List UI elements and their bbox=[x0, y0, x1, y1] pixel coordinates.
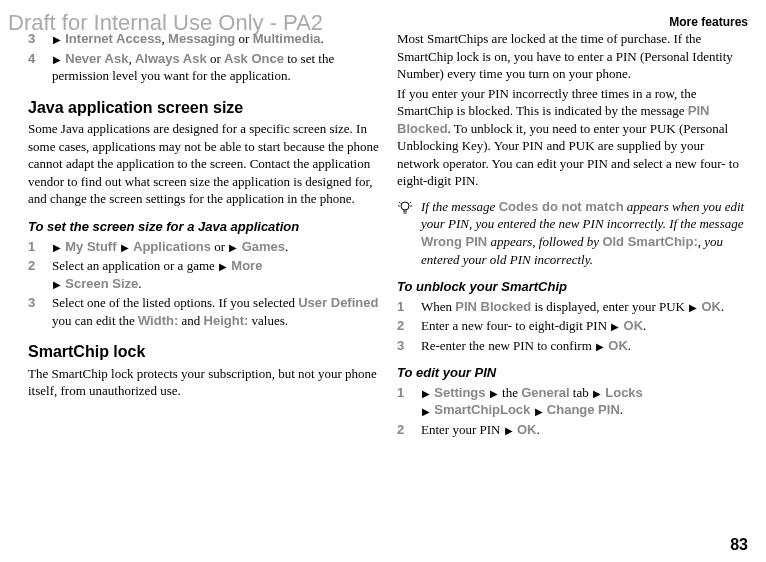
text: Select an application or a game bbox=[52, 258, 218, 273]
step-3: 3 Select one of the listed options. If y… bbox=[28, 294, 379, 329]
tip-box: If the message Codes do not match appear… bbox=[397, 198, 748, 268]
step-4: 4 ▶ Never Ask, Always Ask or Ask Once to… bbox=[28, 50, 379, 85]
step-body: Re-enter the new PIN to confirm ▶ OK. bbox=[421, 337, 748, 355]
step-body: ▶ My Stuff ▶ Applications or ▶ Games. bbox=[52, 238, 379, 256]
ui-term: Internet Access bbox=[65, 31, 161, 46]
step-body: Select one of the listed options. If you… bbox=[52, 294, 379, 329]
ui-term: Codes do not match bbox=[499, 199, 624, 214]
text: the bbox=[499, 385, 521, 400]
step-number: 1 bbox=[397, 298, 421, 316]
arrow-icon: ▶ bbox=[228, 242, 238, 253]
step-number: 4 bbox=[28, 50, 52, 85]
step-number: 3 bbox=[28, 30, 52, 48]
step-body: Enter a new four- to eight-digit PIN ▶ O… bbox=[421, 317, 748, 335]
paragraph: The SmartChip lock protects your subscri… bbox=[28, 365, 379, 400]
svg-point-0 bbox=[401, 202, 409, 210]
step-number: 3 bbox=[28, 294, 52, 329]
ui-term: Multimedia bbox=[253, 31, 321, 46]
text: When bbox=[421, 299, 455, 314]
arrow-icon: ▶ bbox=[595, 341, 605, 352]
step-number: 1 bbox=[397, 384, 421, 419]
right-column: Most SmartChips are locked at the time o… bbox=[397, 30, 748, 448]
text: Enter your PIN bbox=[421, 422, 504, 437]
text: . bbox=[620, 402, 623, 417]
text: values. bbox=[248, 313, 288, 328]
ui-term: User Defined bbox=[298, 295, 378, 310]
ui-term: SmartChipLock bbox=[434, 402, 530, 417]
arrow-icon: ▶ bbox=[52, 242, 62, 253]
step-3: 3 Re-enter the new PIN to confirm ▶ OK. bbox=[397, 337, 748, 355]
heading-smartchip-lock: SmartChip lock bbox=[28, 341, 379, 363]
text: is displayed, enter your PUK bbox=[531, 299, 688, 314]
arrow-icon: ▶ bbox=[421, 406, 431, 417]
step-1: 1 ▶ My Stuff ▶ Applications or ▶ Games. bbox=[28, 238, 379, 256]
text: you can edit the bbox=[52, 313, 138, 328]
step-body: Select an application or a game ▶ More▶ … bbox=[52, 257, 379, 292]
ui-term: Never Ask bbox=[65, 51, 128, 66]
paragraph: If you enter your PIN incorrectly three … bbox=[397, 85, 748, 190]
text: . bbox=[628, 338, 631, 353]
text: Enter a new four- to eight-digit PIN bbox=[421, 318, 610, 333]
text: tab bbox=[570, 385, 592, 400]
arrow-icon: ▶ bbox=[504, 425, 514, 436]
step-number: 3 bbox=[397, 337, 421, 355]
text: If the message bbox=[421, 199, 499, 214]
text: and bbox=[178, 313, 203, 328]
ui-term: Messaging bbox=[168, 31, 235, 46]
text: Select one of the listed options. If you… bbox=[52, 295, 298, 310]
ui-term: Settings bbox=[434, 385, 485, 400]
ui-term: OK bbox=[624, 318, 644, 333]
svg-line-3 bbox=[399, 202, 401, 204]
step-number: 2 bbox=[28, 257, 52, 292]
text: Re-enter the new PIN to confirm bbox=[421, 338, 595, 353]
ui-term: OK bbox=[517, 422, 537, 437]
heading-set-screen: To set the screen size for a Java applic… bbox=[28, 218, 379, 236]
step-body: Enter your PIN ▶ OK. bbox=[421, 421, 748, 439]
ui-term: OK bbox=[608, 338, 628, 353]
content-columns: 3 ▶ Internet Access, Messaging or Multim… bbox=[0, 0, 766, 458]
arrow-icon: ▶ bbox=[592, 388, 602, 399]
ui-term: Change PIN bbox=[547, 402, 620, 417]
heading-unblock: To unblock your SmartChip bbox=[397, 278, 748, 296]
left-column: 3 ▶ Internet Access, Messaging or Multim… bbox=[28, 30, 379, 448]
step-3: 3 ▶ Internet Access, Messaging or Multim… bbox=[28, 30, 379, 48]
page-number: 83 bbox=[730, 534, 748, 556]
arrow-icon: ▶ bbox=[534, 406, 544, 417]
arrow-icon: ▶ bbox=[52, 279, 62, 290]
text: . To unblock it, you need to enter your … bbox=[397, 121, 739, 189]
heading-java-size: Java application screen size bbox=[28, 97, 379, 119]
paragraph: Most SmartChips are locked at the time o… bbox=[397, 30, 748, 83]
text: If you enter your PIN incorrectly three … bbox=[397, 86, 697, 119]
text: or bbox=[207, 51, 224, 66]
step-list-editpin: 1 ▶ Settings ▶ the General tab ▶ Locks▶ … bbox=[397, 384, 748, 439]
lightbulb-icon bbox=[397, 200, 413, 216]
arrow-icon: ▶ bbox=[120, 242, 130, 253]
text: . bbox=[643, 318, 646, 333]
ui-term: Locks bbox=[605, 385, 643, 400]
ui-term: My Stuff bbox=[65, 239, 116, 254]
step-body: When PIN Blocked is displayed, enter you… bbox=[421, 298, 748, 316]
ui-term: Games bbox=[242, 239, 285, 254]
ui-term: Wrong PIN bbox=[421, 234, 487, 249]
arrow-icon: ▶ bbox=[688, 302, 698, 313]
text: appears, followed by bbox=[487, 234, 602, 249]
step-list-unblock: 1 When PIN Blocked is displayed, enter y… bbox=[397, 298, 748, 355]
text: . bbox=[138, 276, 141, 291]
text: . bbox=[321, 31, 324, 46]
arrow-icon: ▶ bbox=[52, 34, 62, 45]
text: or bbox=[211, 239, 228, 254]
ui-term: Width: bbox=[138, 313, 178, 328]
arrow-icon: ▶ bbox=[218, 261, 228, 272]
step-body: ▶ Internet Access, Messaging or Multimed… bbox=[52, 30, 379, 48]
step-body: ▶ Never Ask, Always Ask or Ask Once to s… bbox=[52, 50, 379, 85]
step-number: 2 bbox=[397, 421, 421, 439]
arrow-icon: ▶ bbox=[610, 321, 620, 332]
svg-line-4 bbox=[410, 202, 412, 204]
ui-term: Old SmartChip: bbox=[602, 234, 697, 249]
step-list-top: 3 ▶ Internet Access, Messaging or Multim… bbox=[28, 30, 379, 85]
ui-term: Ask Once bbox=[224, 51, 284, 66]
heading-edit-pin: To edit your PIN bbox=[397, 364, 748, 382]
ui-term: Always Ask bbox=[135, 51, 207, 66]
step-1: 1 ▶ Settings ▶ the General tab ▶ Locks▶ … bbox=[397, 384, 748, 419]
step-number: 1 bbox=[28, 238, 52, 256]
